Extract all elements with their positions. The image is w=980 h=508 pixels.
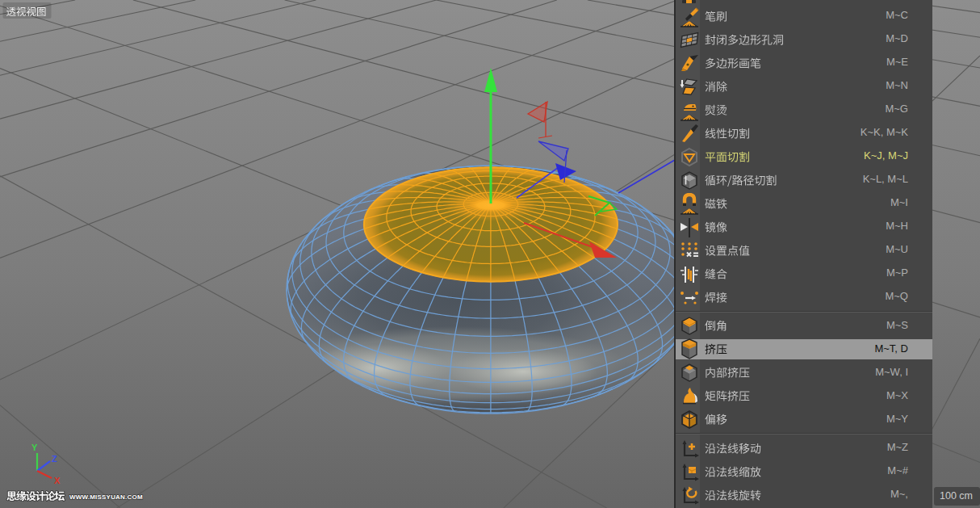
svg-text:X: X bbox=[54, 476, 61, 485]
svg-text:WWW.MISSYUAN.COM: WWW.MISSYUAN.COM bbox=[69, 493, 143, 501]
svg-text:Y: Y bbox=[31, 443, 38, 452]
svg-text:Z: Z bbox=[52, 454, 57, 464]
